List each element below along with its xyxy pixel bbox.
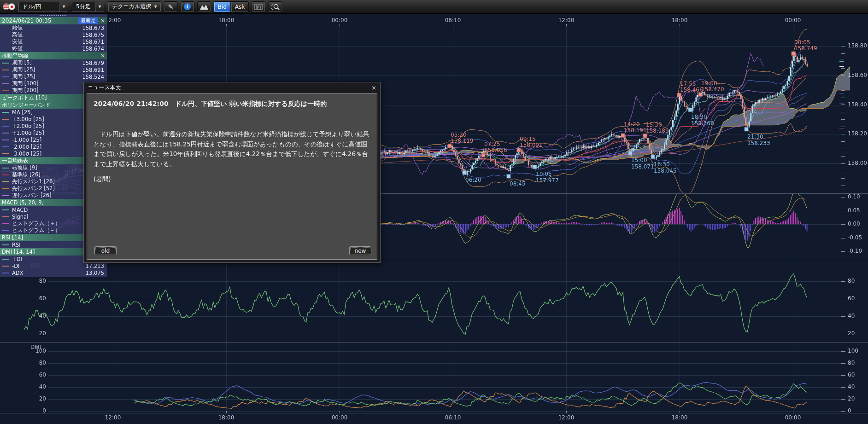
indicator-label: +2.00σ [25] [12,123,44,129]
rsi-axis-label: 40 [28,313,46,319]
trading-app-window: RSI DMI ドル/円 ▼ 5分足 ▼ テクニカル選択 ▼ ✎ i [0,0,868,424]
candle-detail-button[interactable] [252,1,265,12]
indicator-label: -3.00σ [25] [12,151,41,157]
dmi-axis-label: 40 [848,383,855,390]
bid-button[interactable]: Bid [214,1,231,12]
macd-axis-label: -0.10 [848,248,862,254]
indicator-label: -2.00σ [25] [12,144,41,150]
indicator-row[interactable]: 高値158.675 [0,31,107,38]
news-dialog-titlebar[interactable]: ニュース本文 × [84,82,380,93]
indicator-row[interactable]: 期間 [5]158.679 [0,59,107,66]
line-color-swatch [2,112,9,113]
line-color-swatch [2,216,9,217]
chevron-down-icon: ▼ [59,2,68,12]
group-title: DMI [14, 14] [2,249,35,255]
candles-icon [254,4,263,10]
dmi-axis-label: 100 [848,348,858,354]
draw-tool-button[interactable]: ✎ [164,1,178,12]
dmi-axis-label: 60 [26,372,46,378]
line-color-swatch [2,168,9,168]
price-axis-label: 158.00 [848,160,867,166]
indicator-row[interactable]: 始値158.673 [0,24,107,31]
indicator-label: Signal [12,214,28,220]
indicator-row[interactable]: -DI17.213 [0,262,107,269]
dmi-axis-label: 100 [26,348,46,354]
ohlc-label: 始値 [12,24,23,31]
dmi-axis-label: 20 [26,395,46,402]
line-color-swatch [2,181,9,182]
rsi-axis-label: 80 [848,278,855,284]
indicator-row[interactable]: 安値158.671 [0,38,107,45]
group-title: ピークボトム [10] [2,94,47,101]
pencil-icon: ✎ [168,3,174,11]
line-color-swatch [2,139,9,140]
symbol-value: ドル/円 [19,3,59,11]
dmi-axis-label: 80 [26,360,46,366]
time-axis-label: 12:00 [556,414,577,421]
indicator-label: +3.00σ [25] [12,116,44,122]
indicator-row[interactable]: 期間 [25]158.691 [0,66,107,73]
indicator-row[interactable]: 期間 [75]158.524 [0,73,107,80]
timeframe-select[interactable]: 5分足 ▼ [72,2,104,12]
indicator-value: 158.671 [82,39,104,45]
indicator-label: 期間 [200] [12,87,39,94]
group-title: RSI [14] [2,234,23,241]
indicator-label: 期間 [100] [12,80,39,87]
time-axis-label: 00:00 [782,414,803,421]
line-color-swatch [2,230,9,231]
news-body-text: ドル円は下値が堅い。前週分の新規失業保険申請件数など米経済指標が総じて予想より弱… [94,129,370,169]
macd-axis-label: 0.10 [848,193,860,200]
line-color-swatch [2,188,9,189]
line-color-swatch [2,63,9,64]
old-news-button[interactable]: old [94,246,117,255]
ask-button[interactable]: Ask [231,1,249,12]
group-title: 一目均衡表 [2,157,29,164]
indicator-label: 基準線 [26] [12,171,41,178]
new-news-button[interactable]: new [349,246,371,255]
indicator-value: 158.691 [82,67,104,73]
news-dialog-body: 2024/06/20 21:42:00 ドル円、下値堅い 弱い米指標に対する反応… [87,93,377,260]
indicator-label: 期間 [5] [12,59,32,66]
dmi-axis-label: 60 [848,372,855,378]
time-axis-label: 06:10 [442,17,463,23]
zoom-button[interactable] [268,1,282,12]
line-color-swatch [2,70,9,70]
close-icon[interactable]: × [100,53,105,58]
price-axis-label: 158.80 [848,42,867,49]
indicator-label: +DI [12,256,22,262]
symbol-select[interactable]: ドル/円 ▼ [18,2,68,12]
time-axis-label: 00:00 [782,17,803,23]
macd-axis-label: 0.05 [848,207,860,214]
panel-header[interactable]: 2024/06/21 00:35 最新足 × [0,17,107,24]
close-icon[interactable]: × [371,84,376,91]
bid-label: Bid [218,4,227,10]
indicator-row[interactable]: 終値158.674 [0,45,107,52]
close-icon[interactable]: × [100,18,105,23]
time-axis-label: 18:00 [216,17,237,23]
time-axis-label: 18:00 [669,17,690,23]
line-color-swatch [2,223,9,224]
indicator-label: ヒストグラム（－） [12,227,60,234]
line-color-swatch [2,266,9,267]
indicator-label: MACD [12,207,28,213]
line-color-swatch [2,133,9,134]
info-button[interactable]: i [181,1,194,12]
indicator-label: -DI [12,263,19,269]
chart-type-button[interactable] [197,1,211,12]
line-color-swatch [2,146,9,147]
price-axis-label: 158.60 [848,72,867,78]
time-axis-label: 12:00 [102,414,123,421]
indicator-value: 17.213 [86,263,104,269]
line-color-swatch [2,76,9,77]
panel-drag-handle[interactable] [0,14,107,17]
group-title: 移動平均線 [2,52,29,59]
ohlc-label: 安値 [12,38,23,45]
indicator-value: 158.679 [82,60,104,66]
indicator-label: ヒストグラム（＋） [12,220,60,227]
indicator-row[interactable]: ADX13.075 [0,269,107,276]
ohlc-label: 終値 [12,45,23,52]
indicator-group-header[interactable]: 移動平均線× [0,52,107,59]
news-byline: (岩間) [94,175,370,184]
line-color-swatch [2,195,9,196]
technical-select-button[interactable]: テクニカル選択 ▼ [108,1,161,12]
